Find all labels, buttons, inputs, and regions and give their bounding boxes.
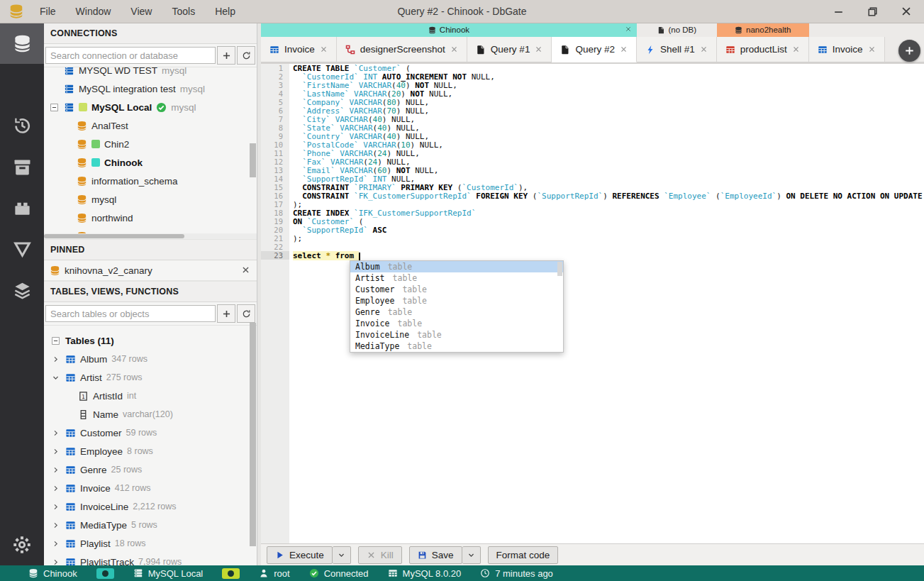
expander-icon[interactable] bbox=[50, 485, 61, 492]
database-item[interactable]: Chinook bbox=[44, 153, 257, 172]
sidebar-database-icon[interactable] bbox=[0, 23, 44, 64]
sidebar-plugins-icon[interactable] bbox=[0, 187, 44, 228]
table-item[interactable]: Employee8 rows bbox=[44, 442, 257, 460]
table-item[interactable]: MediaType5 rows bbox=[44, 516, 257, 534]
expander-icon[interactable] bbox=[50, 558, 61, 566]
expander-icon[interactable] bbox=[48, 103, 60, 112]
connections-hscrollbar[interactable] bbox=[44, 233, 257, 239]
tables-search-input[interactable] bbox=[45, 305, 216, 322]
tab-group-header[interactable]: nano2health bbox=[717, 23, 809, 37]
autocomplete-scrollbar[interactable] bbox=[557, 262, 562, 276]
menu-tools[interactable]: Tools bbox=[163, 4, 204, 19]
autocomplete-item[interactable]: Artisttable bbox=[350, 272, 563, 284]
close-tab-icon[interactable] bbox=[535, 45, 542, 53]
table-item[interactable]: PlaylistTrack7,994 rows bbox=[44, 553, 257, 565]
expander-icon[interactable] bbox=[50, 355, 61, 363]
tab-productlist[interactable]: productList bbox=[717, 37, 809, 62]
tables-vscrollbar[interactable] bbox=[250, 323, 256, 565]
table-item[interactable]: Album347 rows bbox=[44, 350, 257, 368]
close-tab-icon[interactable] bbox=[320, 45, 328, 53]
column-item[interactable]: 1ArtistIdint bbox=[44, 387, 257, 405]
connection-item[interactable]: MySQL integration testmysql bbox=[44, 79, 257, 98]
table-item[interactable]: InvoiceLine2,212 rows bbox=[44, 497, 257, 516]
menu-help[interactable]: Help bbox=[206, 4, 244, 19]
autocomplete-item[interactable]: Albumtable bbox=[350, 261, 563, 272]
expander-icon[interactable] bbox=[50, 521, 61, 529]
new-tab-button[interactable] bbox=[898, 40, 920, 62]
close-tab-icon[interactable] bbox=[700, 45, 708, 53]
menu-view[interactable]: View bbox=[122, 4, 160, 19]
autocomplete-item[interactable]: MediaTypetable bbox=[350, 341, 563, 352]
sidebar-archive-icon[interactable] bbox=[0, 146, 44, 187]
expander-icon[interactable] bbox=[50, 374, 61, 382]
add-connection-button[interactable] bbox=[217, 46, 235, 65]
close-tab-icon[interactable] bbox=[792, 45, 800, 53]
connection-item[interactable]: MYSQL WD TESTmysql bbox=[44, 67, 257, 79]
tab-group-header[interactable]: (no DB) bbox=[637, 23, 717, 37]
status-mysql-local[interactable]: MySQL Local bbox=[133, 568, 204, 579]
tables-group-row[interactable]: Tables (11) bbox=[44, 331, 257, 350]
expander-icon[interactable] bbox=[50, 503, 61, 511]
menu-window[interactable]: Window bbox=[67, 4, 120, 19]
sidebar-layers-icon[interactable] bbox=[0, 270, 44, 311]
format-code-button[interactable]: Format code bbox=[488, 546, 559, 564]
tab-invoice[interactable]: Invoice bbox=[809, 37, 885, 62]
table-item[interactable]: Artist275 rows bbox=[44, 368, 257, 387]
status-mysql-8-0-20[interactable]: MySQL 8.0.20 bbox=[388, 568, 462, 579]
tab-group-header[interactable] bbox=[809, 23, 885, 37]
autocomplete-item[interactable]: Customertable bbox=[350, 284, 563, 295]
menu-file[interactable]: File bbox=[31, 4, 65, 19]
add-table-button[interactable] bbox=[217, 304, 235, 323]
autocomplete-item[interactable]: Employeetable bbox=[350, 295, 563, 306]
autocomplete-item[interactable]: Invoicetable bbox=[350, 318, 563, 329]
collapse-icon[interactable] bbox=[50, 336, 61, 345]
connection-color-badge[interactable] bbox=[96, 568, 114, 579]
status-root[interactable]: root bbox=[259, 568, 289, 579]
pinned-item[interactable]: knihovna_v2_canary bbox=[44, 260, 257, 281]
database-item[interactable]: AnalTest bbox=[44, 116, 257, 135]
sidebar-history-icon[interactable] bbox=[0, 105, 44, 146]
connection-color-badge[interactable] bbox=[222, 568, 240, 579]
database-item[interactable]: mysql bbox=[44, 190, 257, 209]
tab-shell-1[interactable]: Shell #1 bbox=[637, 37, 717, 62]
execute-dropdown-button[interactable] bbox=[333, 546, 351, 564]
expander-icon[interactable] bbox=[50, 448, 61, 455]
sidebar-filter-icon[interactable] bbox=[0, 228, 44, 270]
autocomplete-item[interactable]: Genretable bbox=[350, 306, 563, 318]
close-group-icon[interactable] bbox=[625, 26, 632, 34]
close-tab-icon[interactable] bbox=[868, 45, 876, 53]
column-item[interactable]: Namevarchar(120) bbox=[44, 405, 257, 424]
sidebar-settings-gear-icon[interactable] bbox=[0, 524, 44, 565]
database-item[interactable] bbox=[44, 227, 257, 233]
restore-button[interactable] bbox=[864, 4, 880, 19]
expander-icon[interactable] bbox=[50, 429, 61, 437]
connections-search-input[interactable] bbox=[45, 47, 216, 64]
close-button[interactable] bbox=[898, 4, 914, 19]
database-item[interactable]: Chin2 bbox=[44, 135, 257, 153]
status-chinook[interactable]: Chinook bbox=[28, 568, 77, 579]
table-item[interactable]: Customer59 rows bbox=[44, 424, 257, 442]
close-tab-icon[interactable] bbox=[620, 45, 628, 53]
table-item[interactable]: Genre25 rows bbox=[44, 460, 257, 479]
execute-button[interactable]: Execute bbox=[267, 546, 333, 564]
table-item[interactable]: Invoice412 rows bbox=[44, 479, 257, 497]
database-item[interactable]: information_schema bbox=[44, 172, 257, 190]
close-tab-icon[interactable] bbox=[450, 45, 458, 53]
table-item[interactable]: Playlist18 rows bbox=[44, 534, 257, 553]
minimize-button[interactable] bbox=[830, 4, 846, 19]
tab-invoice[interactable]: Invoice bbox=[261, 37, 337, 62]
connection-item[interactable]: MySQL Localmysql bbox=[44, 98, 257, 116]
expander-icon[interactable] bbox=[50, 466, 61, 474]
tab-query-2[interactable]: Query #2 bbox=[552, 37, 637, 62]
status-7-minutes-ago[interactable]: 7 minutes ago bbox=[480, 568, 553, 579]
autocomplete-item[interactable]: InvoiceLinetable bbox=[350, 329, 563, 341]
status-connected[interactable]: Connected bbox=[309, 568, 369, 579]
tab-designerscreenshot[interactable]: designerScreenshot bbox=[337, 37, 467, 62]
save-button[interactable]: Save bbox=[409, 546, 462, 564]
sidebar-files-icon[interactable] bbox=[0, 64, 44, 105]
database-item[interactable]: northwind bbox=[44, 209, 257, 227]
kill-button[interactable]: Kill bbox=[358, 546, 402, 564]
expander-icon[interactable] bbox=[50, 540, 61, 548]
tab-query-1[interactable]: Query #1 bbox=[467, 37, 552, 62]
tab-group-header[interactable]: Chinook bbox=[261, 23, 637, 37]
